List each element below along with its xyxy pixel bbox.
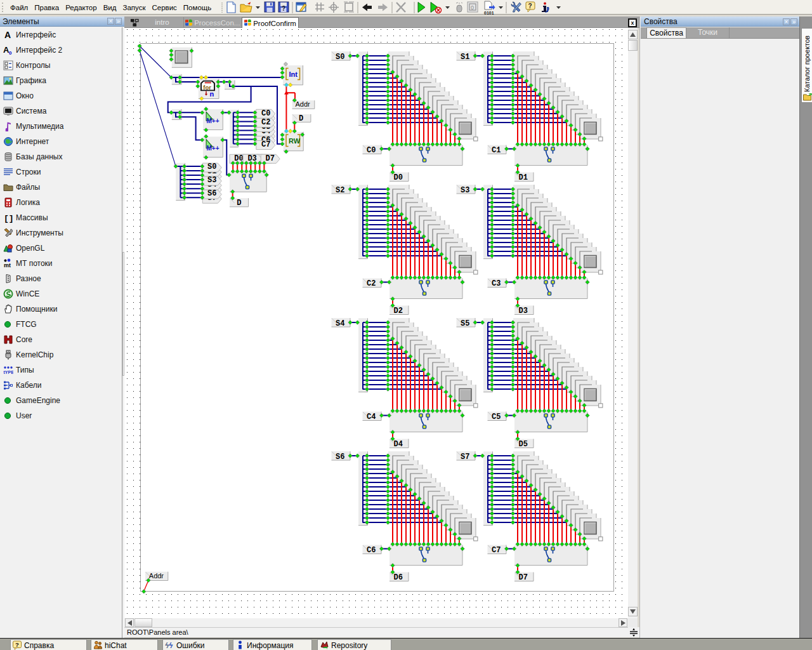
svg-text:C6: C6: [367, 546, 376, 555]
svg-text:[]: []: [4, 214, 13, 223]
svg-text:S1: S1: [461, 53, 469, 62]
svg-text:D1: D1: [519, 173, 528, 182]
svg-text:Int: Int: [289, 70, 298, 78]
svg-text:D3: D3: [519, 307, 528, 315]
svg-text:n: n: [210, 90, 214, 98]
svg-text:D: D: [237, 199, 241, 208]
svg-text:M++: M++: [207, 145, 219, 152]
svg-text:0: 0: [471, 4, 474, 11]
svg-text:C5: C5: [492, 413, 501, 421]
svg-text:?: ?: [15, 641, 19, 648]
svg-text:Addr: Addr: [149, 572, 164, 580]
svg-text:S6: S6: [336, 453, 344, 461]
svg-text:S0: S0: [207, 162, 216, 171]
svg-text:C4: C4: [367, 413, 376, 421]
svg-text:?: ?: [282, 5, 285, 12]
svg-text:0101: 0101: [484, 11, 494, 15]
svg-text:S3: S3: [207, 176, 216, 185]
svg-text:S7: S7: [461, 453, 469, 461]
svg-text:S3: S3: [461, 186, 469, 195]
svg-text:M++: M++: [207, 117, 219, 124]
svg-text:C2: C2: [367, 279, 376, 288]
svg-text:D4: D4: [394, 440, 403, 449]
svg-text:D2: D2: [394, 307, 403, 315]
svg-text:mt: mt: [4, 262, 11, 269]
svg-text:Addr: Addr: [296, 100, 311, 108]
svg-text:C0: C0: [367, 146, 376, 155]
svg-text:C2: C2: [261, 118, 270, 127]
svg-text:D7: D7: [266, 154, 275, 163]
svg-text:ϟ: ϟ: [169, 641, 173, 650]
svg-text:S0: S0: [336, 53, 344, 62]
svg-text:S6: S6: [207, 189, 216, 198]
svg-text:C3: C3: [492, 279, 501, 288]
svg-text:C0: C0: [261, 109, 270, 118]
svg-text:C7: C7: [261, 140, 270, 149]
svg-text:D5: D5: [519, 440, 528, 449]
svg-text:D0: D0: [394, 173, 403, 182]
svg-text:A: A: [4, 30, 11, 40]
svg-text:D6: D6: [394, 573, 403, 582]
svg-text:D: D: [299, 114, 303, 123]
svg-text:D7: D7: [519, 573, 528, 582]
svg-text:?: ?: [528, 3, 532, 10]
svg-text:RW: RW: [289, 137, 301, 145]
svg-text:0: 0: [9, 50, 12, 55]
svg-text:tYPE: tYPE: [4, 370, 14, 375]
svg-text:S4: S4: [336, 319, 344, 328]
svg-text:C1: C1: [492, 146, 501, 155]
svg-text:C7: C7: [492, 546, 501, 555]
svg-text:S5: S5: [461, 319, 469, 328]
svg-text:S2: S2: [336, 186, 344, 195]
